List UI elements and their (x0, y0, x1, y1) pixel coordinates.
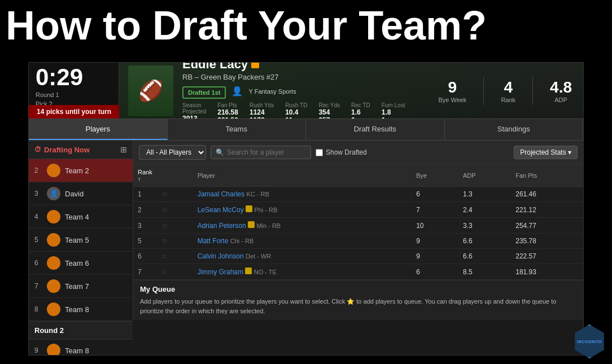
star-icon[interactable]: ☆ (161, 252, 168, 260)
player-team-pos: Min - RB (256, 222, 281, 229)
tab-draft-results[interactable]: Draft Results (306, 119, 445, 140)
yahoo-tag: Y Fantasy Sports (248, 88, 296, 95)
rush-td-col: Rush TD 10.4 11 (285, 102, 307, 119)
team-item-round2-team8[interactable]: 9 Team 8 (29, 340, 133, 356)
star-icon[interactable]: ☆ (161, 268, 168, 276)
player-name-link[interactable]: LeSean McCoy (198, 206, 244, 214)
team-item-team4[interactable]: 4 Team 4 (29, 205, 133, 229)
projected-label: Projected (182, 108, 206, 115)
team-name: Team 8 (65, 305, 89, 314)
rec-yds-actual: 257 (318, 116, 340, 119)
players-tbody: 1 ☆ Jamaal Charles KC - RB 6 1.3 261.46 … (133, 187, 583, 280)
position-filter[interactable]: All - All Players QB RB WR TE K DEF (139, 145, 206, 160)
fum-lost-actual: 1 (382, 116, 405, 119)
rush-td-actual: 11 (285, 116, 307, 119)
star-icon[interactable]: ☆ (161, 222, 168, 230)
incognito-logo-inner: INCOGNITO (572, 324, 606, 358)
team-item-team7[interactable]: 7 Team 7 (29, 275, 133, 298)
left-sidebar: Drafting Now ⊞ 2 Team 2 3 👤 David 4 Team… (29, 141, 133, 320)
fan-pts-cell: 181.93 (511, 264, 583, 280)
star-cell[interactable]: ☆ (157, 187, 193, 202)
col-fan-pts: Fan Pts (511, 165, 583, 187)
tab-bar: Players Teams Draft Results Standings (29, 119, 583, 141)
player-name-link[interactable]: Jimmy Graham (198, 268, 243, 276)
tab-players[interactable]: Players (29, 119, 168, 140)
player-name: Eddie Lacy (182, 63, 418, 72)
season-stat-col: Season Projected 2013 (182, 102, 206, 119)
my-queue-section: My Queue Add players to your queue to pr… (133, 280, 583, 320)
player-team-pos: KC - RB (246, 191, 269, 198)
player-avatar (128, 65, 173, 116)
rank-stat: 4 Rank (501, 78, 515, 103)
fum-lost-label: Fum Lost (382, 102, 405, 108)
star-cell[interactable]: ☆ (157, 249, 193, 264)
adp-cell: 6.6 (458, 234, 511, 249)
team-item-team6[interactable]: 6 Team 6 (29, 252, 133, 275)
team-number: 7 (34, 282, 43, 290)
team-avatar (47, 302, 60, 316)
rank-label: Rank (501, 97, 515, 103)
rush-td-projected: 10.4 (285, 108, 307, 116)
players-table[interactable]: Rank ↑ Player Bye ADP Fan Pts 1 ☆ Jamaal… (133, 165, 583, 280)
player-name-link[interactable]: Calvin Johnson (198, 252, 244, 260)
team-number: 9 (34, 347, 43, 354)
star-icon[interactable]: ☆ (161, 206, 168, 214)
table-row[interactable]: 6 ☆ Calvin Johnson Det - WR 9 6.6 222.57 (133, 249, 583, 264)
tab-standings[interactable]: Standings (445, 119, 584, 140)
star-cell[interactable]: ☆ (157, 218, 193, 234)
show-drafted-checkbox[interactable] (316, 149, 323, 156)
player-name-link[interactable]: Jamaal Charles (198, 190, 244, 198)
team-number: 2 (34, 166, 43, 174)
star-cell[interactable]: ☆ (157, 234, 193, 249)
rec-td-actual: 0 (351, 116, 370, 119)
fan-pts-projected: 216.58 (217, 108, 238, 116)
team-number: 6 (34, 259, 43, 267)
player-cell: Jamaal Charles KC - RB (193, 187, 412, 202)
fan-pts-cell: 221.12 (511, 202, 583, 218)
col-bye: Bye (412, 165, 458, 187)
tab-teams[interactable]: Teams (168, 119, 307, 140)
player-hero: Eddie Lacy RB – Green Bay Packers #27 Dr… (119, 63, 427, 119)
col-player: Player (193, 165, 412, 187)
search-box: 🔍 (211, 146, 311, 159)
player-name-link[interactable]: Matt Forte (198, 237, 229, 245)
table-row[interactable]: 7 ☆ Jimmy Graham NO - TE 6 8.5 181.93 (133, 264, 583, 280)
player-name-link[interactable]: Adrian Peterson (198, 222, 246, 230)
adp-value: 4.8 (550, 78, 572, 97)
star-icon[interactable]: ☆ (161, 237, 168, 245)
team-item-david[interactable]: 3 👤 David (29, 182, 133, 205)
grid-icon[interactable]: ⊞ (120, 145, 127, 154)
star-cell[interactable]: ☆ (157, 264, 193, 280)
star-icon[interactable]: ☆ (161, 190, 168, 198)
incognito-logo: INCOGNITO (572, 324, 606, 358)
team-item-team2[interactable]: 2 Team 2 (29, 159, 133, 182)
team-name: Team 4 (65, 213, 89, 221)
player-info: Eddie Lacy RB – Green Bay Packers #27 Dr… (182, 63, 418, 119)
col-rank[interactable]: Rank ↑ (133, 165, 157, 187)
player-cell: LeSean McCoy Phi - RB (193, 202, 412, 218)
projected-stats-button[interactable]: Projected Stats ▾ (514, 146, 578, 159)
team-item-team8[interactable]: 8 Team 8 (29, 298, 133, 321)
table-row[interactable]: 5 ☆ Matt Forte Chi - RB 9 6.6 235.78 (133, 234, 583, 249)
adp-cell: 8.5 (458, 264, 511, 280)
bye-week-value: 9 (438, 78, 466, 97)
table-row[interactable]: 1 ☆ Jamaal Charles KC - RB 6 1.3 261.46 (133, 187, 583, 202)
rush-yds-actual: 1178 (250, 116, 274, 119)
bye-cell: 10 (412, 218, 458, 234)
search-input[interactable] (227, 148, 306, 156)
bye-cell: 7 (412, 202, 458, 218)
rush-td-label: Rush TD (285, 102, 307, 108)
player-cell: Calvin Johnson Det - WR (193, 249, 412, 264)
drafting-now-label: Drafting Now (34, 146, 90, 154)
rank-cell: 2 (133, 202, 157, 218)
team-avatar (47, 164, 60, 177)
team-avatar (47, 256, 60, 270)
drafted-badge: Drafted 1st (182, 86, 226, 99)
table-row[interactable]: 3 ☆ Adrian Peterson Min - RB 10 3.3 254.… (133, 218, 583, 234)
star-cell[interactable]: ☆ (157, 202, 193, 218)
table-row[interactable]: 2 ☆ LeSean McCoy Phi - RB 7 2.4 221.12 (133, 202, 583, 218)
yellow-indicator (245, 267, 252, 274)
team-avatar (47, 210, 60, 223)
team-item-team5[interactable]: 5 Team 5 (29, 229, 133, 252)
rank-cell: 5 (133, 234, 157, 249)
